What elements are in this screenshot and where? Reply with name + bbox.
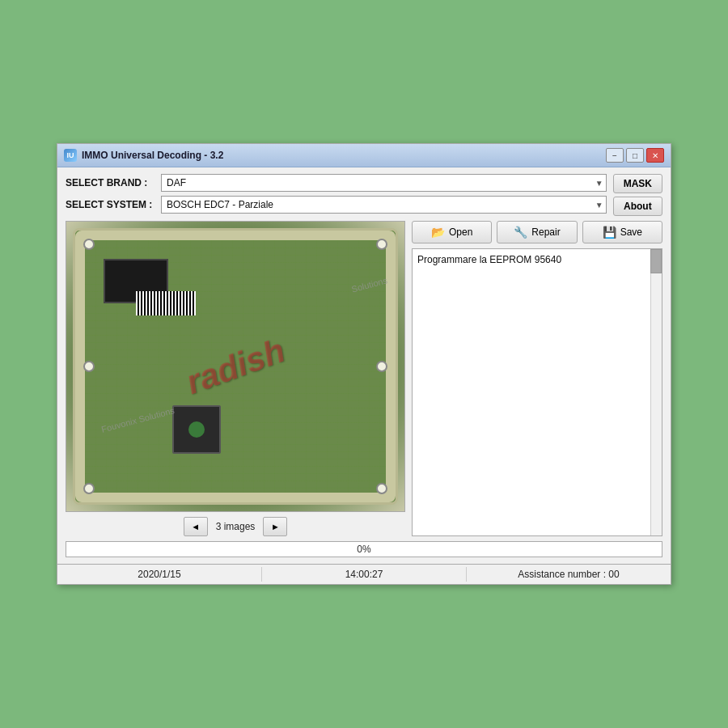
info-text: Programmare la EEPROM 95640 [417, 254, 561, 265]
title-bar-left: IU IMMO Universal Decoding - 3.2 [64, 149, 223, 162]
tool-buttons: 📂 Open 🔧 Repair 💾 Save [412, 221, 662, 243]
image-container: radish Fouvonix Solutions Solutions [66, 221, 405, 512]
status-assistance: Assistance number : 00 [467, 567, 671, 582]
content-area: SELECT BRAND : DAF ▼ SELECT SYSTEM : BOS… [57, 167, 671, 564]
brand-select-wrapper: DAF ▼ [161, 174, 607, 192]
mask-button[interactable]: MASK [613, 174, 662, 193]
close-button[interactable]: ✕ [646, 148, 664, 163]
info-text-area: Programmare la EEPROM 95640 [412, 248, 662, 536]
pcb-chip2 [172, 405, 221, 454]
restore-button[interactable]: □ [626, 148, 644, 163]
image-count: 3 images [216, 521, 256, 532]
window-title: IMMO Universal Decoding - 3.2 [82, 150, 223, 161]
brand-row: SELECT BRAND : DAF ▼ [66, 174, 607, 192]
pcb-hole-tr [376, 239, 387, 250]
repair-label: Repair [531, 226, 560, 238]
pcb-hole-mr [376, 361, 387, 372]
prev-image-button[interactable]: ◄ [184, 517, 208, 536]
pcb-hole-ml [83, 361, 95, 372]
system-select-wrapper: BOSCH EDC7 - Parziale ▼ [161, 196, 607, 214]
open-label: Open [449, 226, 472, 238]
system-select[interactable]: BOSCH EDC7 - Parziale [161, 196, 607, 214]
pcb-chip-barcode [136, 291, 196, 315]
brand-select[interactable]: DAF [161, 174, 607, 192]
progress-bar-container: 0% [66, 541, 662, 557]
scrollbar-thumb[interactable] [650, 249, 662, 273]
save-label: Save [620, 226, 642, 238]
status-date: 2020/1/15 [57, 567, 262, 582]
pcb-hole-bl [83, 483, 95, 494]
image-panel: radish Fouvonix Solutions Solutions ◄ 3 … [66, 221, 405, 536]
image-navigation: ◄ 3 images ► [66, 517, 405, 536]
progress-label: 0% [357, 544, 370, 555]
status-time: 14:00:27 [262, 567, 467, 582]
pcb-image: radish Fouvonix Solutions Solutions [66, 222, 404, 511]
title-bar: IU IMMO Universal Decoding - 3.2 − □ ✕ [57, 144, 671, 167]
save-icon: 💾 [603, 226, 616, 239]
minimize-button[interactable]: − [606, 148, 624, 163]
next-image-button[interactable]: ► [263, 517, 287, 536]
top-right-buttons: MASK About [613, 174, 662, 216]
open-icon: 📂 [431, 226, 445, 239]
header-row: SELECT BRAND : DAF ▼ SELECT SYSTEM : BOS… [66, 174, 662, 218]
system-row: SELECT SYSTEM : BOSCH EDC7 - Parziale ▼ [66, 196, 607, 214]
system-label: SELECT SYSTEM : [66, 199, 154, 210]
pcb-hole-br [376, 483, 387, 494]
brand-label: SELECT BRAND : [66, 177, 154, 188]
selects-area: SELECT BRAND : DAF ▼ SELECT SYSTEM : BOS… [66, 174, 607, 218]
main-section: radish Fouvonix Solutions Solutions ◄ 3 … [66, 221, 662, 536]
status-bar: 2020/1/15 14:00:27 Assistance number : 0… [57, 564, 671, 584]
window-controls: − □ ✕ [606, 148, 664, 163]
repair-button[interactable]: 🔧 Repair [497, 221, 577, 243]
progress-bar-row: 0% [66, 541, 662, 557]
right-panel: 📂 Open 🔧 Repair 💾 Save Programmare la EE… [412, 221, 662, 536]
main-window: IU IMMO Universal Decoding - 3.2 − □ ✕ S… [57, 143, 671, 585]
app-icon: IU [64, 149, 77, 162]
scrollbar-track[interactable] [650, 249, 662, 535]
pcb-hole-tl [83, 239, 95, 250]
repair-icon: 🔧 [514, 226, 527, 239]
about-button[interactable]: About [613, 197, 662, 216]
pcb-chip-main [104, 259, 168, 303]
open-button[interactable]: 📂 Open [412, 221, 492, 243]
pcb-board [73, 228, 398, 505]
save-button[interactable]: 💾 Save [582, 221, 662, 243]
